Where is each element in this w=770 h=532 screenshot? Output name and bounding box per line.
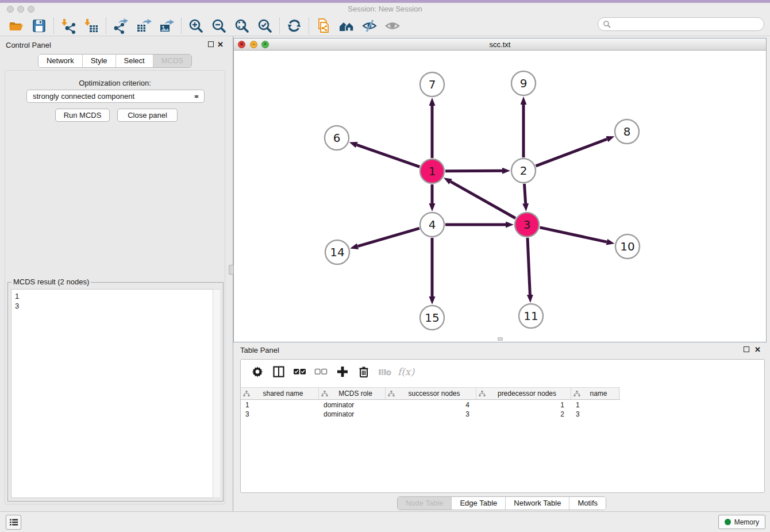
table-row[interactable]: 1dominator411 [241,400,620,410]
node-9[interactable]: 9 [511,71,536,95]
refresh-icon [286,18,302,34]
node-14[interactable]: 14 [325,240,349,264]
table-panel-title: Table Panel [240,346,279,354]
delete-row-button[interactable] [353,363,374,381]
apply-function-button[interactable]: f(x) [395,363,417,381]
node-6[interactable]: 6 [325,126,349,150]
right-area: ✕ − + scc.txt 7968124314101511 Table Pan… [233,36,770,511]
edge-1-2[interactable] [445,171,502,171]
import-table-button[interactable] [80,17,103,35]
split-view-button[interactable] [268,363,289,381]
float-panel-icon[interactable] [208,41,214,47]
memory-button[interactable]: Memory [718,515,765,529]
edge-4-14[interactable] [358,228,419,246]
save-session-button[interactable] [28,17,51,35]
close-panel-button[interactable]: Close panel [117,109,178,122]
run-mcds-button[interactable]: Run MCDS [55,109,110,122]
edge-2-8[interactable] [536,139,607,166]
table-settings-button[interactable] [247,363,268,381]
criterion-dropdown[interactable]: strongly connected component [26,90,205,103]
column-header-predecessor-nodes[interactable]: predecessor nodes [476,388,571,399]
column-label: MCDS role [328,390,383,398]
titlebar: Session: New Session [0,3,770,16]
column-header-shared-name[interactable]: shared name [241,388,319,399]
network-frame-titlebar[interactable]: ✕ − + scc.txt [234,38,766,51]
show-all-button[interactable] [381,17,404,35]
node-2[interactable]: 2 [511,159,536,183]
window-title: Session: New Session [0,5,770,13]
task-history-button[interactable] [6,515,21,530]
node-15[interactable]: 15 [420,306,444,330]
table-panel-header: Table Panel ✕ [233,344,770,357]
import-network-button[interactable] [57,17,80,35]
column-header-successor-nodes[interactable]: successor nodes [386,388,476,399]
export-network-button[interactable] [109,17,132,35]
table-tab-motifs[interactable]: Motifs [569,497,606,510]
edge-3-10[interactable] [540,228,606,242]
result-scrollbar[interactable] [213,289,220,498]
node-7[interactable]: 7 [420,72,444,97]
memory-label: Memory [734,518,759,526]
save-icon [31,18,47,34]
duplicate-network-icon [315,18,332,34]
network-canvas[interactable]: 7968124314101511 [234,51,766,341]
mcds-result-text[interactable]: 1 3 [11,289,220,498]
search-input[interactable] [611,18,764,30]
edge-1-6[interactable] [357,145,419,167]
close-table-panel-icon[interactable]: ✕ [754,345,761,354]
node-3[interactable]: 3 [515,213,539,237]
tab-select[interactable]: Select [116,55,153,67]
delete-column-button[interactable] [374,363,395,381]
export-image-button[interactable] [155,17,178,35]
mcds-result-title: MCDS result (2 nodes) [11,277,91,286]
delete-column-icon [378,365,392,378]
node-label: 7 [429,78,436,91]
node-10[interactable]: 10 [615,234,640,259]
table-tab-node-table[interactable]: Node Table [398,497,452,510]
app-window: Session: New Session [0,0,770,532]
import-network-icon [60,18,76,34]
hide-selected-button[interactable] [358,17,381,35]
table-rows: 1dominator4113dominator323 [241,400,620,419]
node-4[interactable]: 4 [420,213,444,237]
node-8[interactable]: 8 [615,119,639,144]
table-tab-edge-table[interactable]: Edge Table [451,497,505,510]
table-tab-network-table[interactable]: Network Table [505,497,569,510]
add-column-button[interactable] [332,363,353,381]
open-session-button[interactable] [5,17,28,35]
tab-mcds[interactable]: MCDS [153,55,191,67]
zoom-fit-button[interactable] [230,17,253,35]
apply-layout-button[interactable] [283,17,306,35]
open-folder-icon [8,18,24,34]
export-table-button[interactable] [132,17,155,35]
close-panel-icon[interactable]: ✕ [217,40,224,49]
column-header-name[interactable]: name [571,388,619,399]
node-11[interactable]: 11 [519,304,543,328]
zoom-in-button[interactable] [184,17,207,35]
edge-3-1[interactable] [451,182,515,218]
node-label: 15 [425,311,439,325]
duplicate-network-button[interactable] [312,17,335,35]
deselect-all-rows-button[interactable] [310,363,332,381]
node-1[interactable]: 1 [420,159,444,183]
column-header-MCDS-role[interactable]: MCDS role [319,388,386,399]
select-all-rows-button[interactable] [289,363,310,381]
search-icon [603,20,611,28]
tab-network[interactable]: Network [38,55,82,67]
node-label: 4 [429,218,436,232]
first-neighbors-button[interactable] [335,17,358,35]
home-pair-icon [338,18,355,34]
edge-3-11[interactable] [528,238,530,295]
zoom-out-button[interactable] [207,17,230,35]
float-table-panel-icon[interactable] [744,346,749,352]
tab-style[interactable]: Style [82,55,116,67]
table-toolbar: f(x) [241,360,764,384]
frame-resize-grip[interactable] [498,337,503,341]
edge-2-3[interactable] [524,184,525,203]
control-panel-header: Control Panel ✕ [0,36,230,52]
network-graph[interactable]: 7968124314101511 [234,51,766,341]
search-box[interactable] [598,17,764,31]
export-table-icon [136,18,152,34]
zoom-selected-button[interactable] [253,17,276,35]
table-row[interactable]: 3dominator323 [241,410,620,419]
